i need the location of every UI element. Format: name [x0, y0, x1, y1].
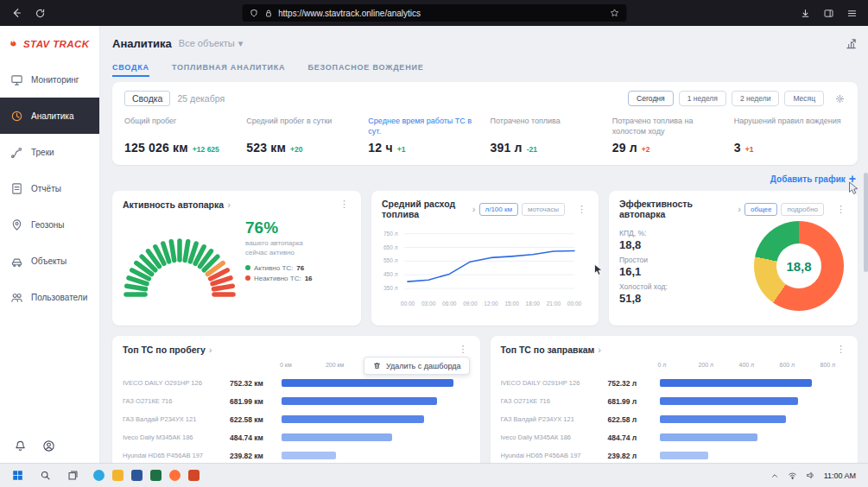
period-pill-2[interactable]: 2 недели: [732, 91, 779, 106]
report-chart-icon[interactable]: [845, 37, 858, 50]
metric-label: Потрачено топлива: [491, 117, 602, 137]
taskbar-app-file-explorer[interactable]: [112, 470, 124, 481]
sidebar-item-1[interactable]: Аналитика: [0, 98, 99, 134]
tab-0[interactable]: СВОДКА: [112, 59, 149, 77]
vehicle-label: ГАЗ О271КЕ 716: [123, 397, 225, 405]
tracks-icon: [10, 146, 23, 159]
sidebar-item-2[interactable]: Треки: [0, 134, 99, 170]
top-mileage-card: Топ ТС по пробегу › ⋮ 0 км200 км400 км60…: [112, 336, 480, 463]
chevron-right-icon[interactable]: ›: [598, 345, 601, 355]
stat-label: Холостой ход:: [619, 282, 721, 291]
windows-taskbar: 11:00 AM: [0, 463, 868, 487]
vehicle-value: 239.82 л: [608, 452, 655, 460]
scrollbar[interactable]: [864, 173, 868, 272]
page-title: Аналитика: [112, 37, 172, 50]
kebab-menu-icon[interactable]: ⋮: [457, 344, 470, 355]
period-pill-1[interactable]: 1 неделя: [679, 91, 726, 106]
taskbar-app-excel[interactable]: [150, 470, 162, 481]
efficiency-toggle-1[interactable]: подробно: [781, 203, 824, 216]
summary-title[interactable]: Сводка: [124, 91, 170, 106]
sidebar-item-6[interactable]: Пользователи: [0, 279, 99, 315]
reports-icon: [10, 182, 23, 195]
fuel-toggle-0[interactable]: л/100 км: [479, 203, 518, 216]
vehicle-value: 622.58 км: [230, 415, 276, 424]
sidebar-item-0[interactable]: Мониторинг: [0, 61, 99, 98]
fuel-line-chart: 750 л650 л550 л450 л350 л00:0003:0006:00…: [382, 221, 588, 313]
taskbar-app-powerpoint[interactable]: [188, 470, 200, 481]
network-icon[interactable]: [788, 471, 797, 480]
taskbar-app-firefox[interactable]: [169, 470, 181, 481]
url-text[interactable]: https://www.stavtrack.online/analytics: [278, 9, 421, 18]
url-bar[interactable]: https://www.stavtrack.online/analytics: [242, 4, 626, 22]
svg-text:450 л: 450 л: [383, 271, 398, 277]
lock-icon[interactable]: [263, 9, 273, 18]
task-view-icon[interactable]: [60, 465, 85, 486]
sidebar-item-5[interactable]: Объекты: [0, 243, 99, 279]
efficiency-toggle-0[interactable]: общее: [744, 203, 777, 216]
chevron-right-icon[interactable]: ›: [209, 345, 212, 355]
users-icon: [10, 291, 23, 304]
sidebar-item-3[interactable]: Отчёты: [0, 170, 99, 206]
volume-icon[interactable]: [806, 471, 815, 480]
vehicle-value: 752.32 км: [230, 379, 276, 388]
objects-filter-dropdown[interactable]: Все объекты▾: [179, 38, 243, 49]
kebab-menu-icon[interactable]: ⋮: [834, 204, 847, 215]
active-percent: 76%: [245, 218, 351, 237]
start-button[interactable]: [5, 465, 29, 486]
legend-dot: [245, 275, 250, 281]
taskbar-app-edge[interactable]: [93, 470, 105, 481]
downloads-icon[interactable]: [800, 8, 811, 19]
gear-icon[interactable]: [834, 93, 846, 104]
tab-2[interactable]: БЕЗОПАСНОЕ ВОЖДЕНИЕ: [307, 59, 423, 77]
main-content: Аналитика Все объекты▾ СВОДКАТОПЛИВНАЯ А…: [100, 26, 868, 463]
axis-tick: 600 л: [779, 362, 795, 368]
tray-chevron-up-icon[interactable]: [770, 471, 779, 480]
delete-from-dashboard-button[interactable]: Удалить с дашборда: [364, 357, 470, 375]
legend-item: Активно ТС: 76: [245, 264, 351, 272]
browser-chrome: https://www.stavtrack.online/analytics: [0, 0, 868, 26]
svg-text:550 л: 550 л: [383, 257, 398, 263]
legend-item: Неактивно ТС: 16: [245, 275, 351, 282]
kebab-menu-icon[interactable]: ⋮: [834, 344, 847, 355]
vehicle-label: ГАЗ О271КЕ 716: [501, 397, 603, 405]
fuel-toggle-1[interactable]: моточасы: [522, 203, 565, 216]
taskbar-app-word[interactable]: [131, 470, 143, 481]
back-icon[interactable]: [10, 7, 22, 19]
tracking-shield-icon[interactable]: [249, 9, 258, 18]
bar-track: [660, 379, 848, 387]
brand-logo[interactable]: STAV TRACK: [0, 26, 99, 58]
period-pill-0[interactable]: Сегодня: [628, 91, 674, 106]
add-chart-link[interactable]: Добавить график: [770, 174, 846, 184]
metric-1: Средний пробег в сутки523 км+20: [246, 117, 368, 155]
clock[interactable]: 11:00 AM: [824, 471, 856, 480]
profile-icon[interactable]: [42, 440, 55, 452]
menu-icon[interactable]: [846, 8, 858, 19]
legend-dot: [245, 265, 250, 270]
kebab-menu-icon[interactable]: ⋮: [575, 204, 588, 215]
kebab-menu-icon[interactable]: ⋮: [338, 199, 351, 210]
chevron-right-icon[interactable]: ›: [227, 199, 231, 210]
metric-4: Потрачено топлива на холостом ходу29 л+2: [612, 117, 734, 155]
notifications-bell-icon[interactable]: [14, 440, 27, 452]
chevron-right-icon[interactable]: ›: [738, 204, 741, 214]
bar: [660, 433, 758, 441]
bar: [282, 397, 437, 405]
sidebar-item-label: Геозоны: [31, 220, 65, 230]
bar-row: ГАЗ Валдай Р234УХ 121622.58 км: [123, 410, 470, 428]
sidebar-item-label: Треки: [31, 148, 54, 157]
sidebar-panel-icon[interactable]: [823, 8, 834, 19]
bar: [660, 397, 798, 405]
flame-logo-icon: [7, 37, 20, 50]
metric-label[interactable]: Среднее время работы ТС в сут.: [368, 117, 479, 137]
reload-icon[interactable]: [35, 8, 46, 19]
svg-text:21:00: 21:00: [547, 300, 561, 307]
tab-1[interactable]: ТОПЛИВНАЯ АНАЛИТИКА: [172, 59, 286, 77]
period-pill-3[interactable]: Месяц: [784, 91, 824, 106]
sidebar-item-4[interactable]: Геозоны: [0, 206, 99, 243]
stat-value: 16,1: [619, 265, 721, 278]
geozones-icon: [10, 218, 23, 231]
taskbar-search-icon[interactable]: [33, 465, 57, 486]
axis-tick: 200 км: [326, 362, 345, 368]
chevron-right-icon[interactable]: ›: [472, 204, 476, 214]
bookmark-star-icon[interactable]: [609, 8, 619, 18]
